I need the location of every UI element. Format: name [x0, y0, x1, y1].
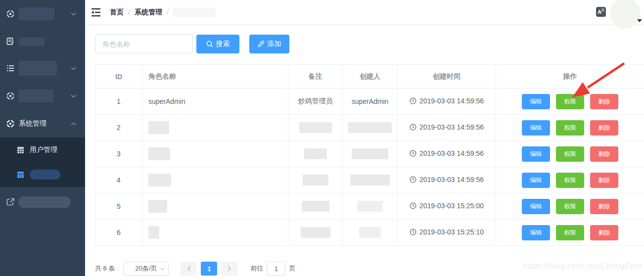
cell-remark [288, 141, 343, 167]
page-size-select[interactable]: 20条/页 [123, 262, 169, 276]
delete-button[interactable]: 删除 [590, 120, 618, 136]
search-button-label: 搜索 [216, 40, 230, 48]
add-button-label: 添加 [268, 40, 281, 48]
page-unit-label: 页 [289, 264, 295, 273]
cell-creator [343, 167, 398, 193]
col-header-id: ID [95, 65, 142, 89]
next-page-button[interactable] [221, 262, 237, 276]
fold-menu-icon[interactable] [91, 8, 101, 17]
caret-down-icon[interactable] [637, 19, 642, 22]
edit-button[interactable]: 编辑 [522, 94, 550, 109]
sidebar-item-external-link[interactable] [0, 188, 85, 216]
edit-button[interactable]: 编辑 [522, 146, 550, 162]
redacted-label [19, 7, 54, 20]
goto-label: 前往 [250, 264, 263, 273]
edit-button[interactable]: 编辑 [522, 199, 550, 214]
delete-button[interactable]: 删除 [590, 94, 618, 109]
delete-button[interactable]: 删除 [590, 146, 618, 162]
pagination: 共 6 条 20条/页 1 前往 页 [95, 262, 295, 276]
roles-table: ID 角色名称 备注 创建人 创建时间 操作 1 superAdmin 炒鸡管理… [95, 64, 644, 246]
sidebar-item-user-management[interactable]: 用户管理 [0, 138, 85, 162]
cell-role-name [142, 167, 288, 193]
external-link-icon [6, 198, 14, 206]
cell-actions: 编辑权限删除 [496, 115, 644, 141]
cell-remark [288, 115, 343, 141]
cell-role-name [142, 220, 288, 246]
delete-button[interactable]: 删除 [590, 199, 618, 214]
cell-id: 3 [95, 141, 142, 167]
breadcrumb-separator: / [128, 8, 130, 16]
table-row: 4 2019-03-03 14:59:56 编辑权限删除 [95, 167, 644, 193]
chevron-up-icon [71, 122, 76, 126]
cell-actions: 编辑权限删除 [496, 193, 644, 220]
role-name-search-input[interactable] [95, 35, 193, 53]
sidebar-item-system-management[interactable]: 系统管理 [0, 110, 85, 138]
cell-created-at: 2019-03-03 14:59:56 [398, 115, 496, 141]
watermark: https://blog.csdn.net/LitongZero [523, 262, 642, 271]
table-grid-icon [17, 146, 24, 154]
permission-button[interactable]: 权限 [556, 199, 584, 214]
permission-button[interactable]: 权限 [556, 146, 584, 162]
sidebar-item-redacted-1[interactable] [0, 0, 85, 28]
permission-button[interactable]: 权限 [556, 173, 584, 188]
cell-actions: 编辑权限删除 [496, 141, 644, 167]
avatar[interactable] [610, 0, 641, 29]
permission-button[interactable]: 权限 [556, 94, 584, 109]
search-icon [206, 41, 213, 47]
sidebar-item-redacted-3[interactable] [0, 54, 85, 82]
cell-id: 4 [95, 167, 142, 193]
delete-button[interactable]: 删除 [590, 225, 618, 240]
cell-created-at: 2019-03-03 15:25:10 [398, 220, 496, 246]
clock-icon [410, 150, 416, 157]
search-button[interactable]: 搜索 [196, 35, 239, 53]
main-area: 首页 / 系统管理 / A 文 搜索 添加 [85, 0, 644, 276]
cell-id: 1 [95, 89, 142, 115]
cell-created-at: 2019-03-03 14:59:56 [398, 141, 496, 167]
translate-icon[interactable]: A 文 [596, 7, 606, 17]
cell-remark [288, 167, 343, 193]
chevron-left-icon [187, 266, 191, 272]
permission-button[interactable]: 权限 [556, 120, 584, 136]
sidebar-item-role-management-active[interactable] [0, 162, 85, 187]
table-row: 5 2019-03-03 15:25:00 编辑权限删除 [95, 193, 644, 220]
cell-remark: 炒鸡管理员 [288, 89, 343, 115]
cell-role-name [142, 115, 288, 141]
breadcrumb-home[interactable]: 首页 [110, 8, 124, 17]
clock-icon [410, 202, 416, 209]
delete-button[interactable]: 删除 [590, 173, 618, 188]
breadcrumb-system-management[interactable]: 系统管理 [135, 8, 162, 17]
add-button[interactable]: 添加 [249, 35, 289, 53]
permission-button[interactable]: 权限 [556, 225, 584, 240]
clock-icon [410, 97, 416, 104]
edit-button[interactable]: 编辑 [522, 225, 550, 240]
goto-page-input[interactable] [267, 262, 285, 276]
cell-created-at: 2019-03-03 14:59:56 [398, 167, 496, 193]
redacted-label [18, 196, 71, 208]
top-bar: 首页 / 系统管理 / A 文 [85, 0, 644, 25]
col-header-created-at: 创建时间 [398, 65, 496, 89]
page-number-1[interactable]: 1 [201, 262, 217, 276]
clock-icon [410, 229, 416, 235]
sidebar-item-redacted-2[interactable] [0, 28, 85, 55]
prev-page-button[interactable] [181, 262, 197, 276]
col-header-actions: 操作 [496, 65, 644, 89]
clock-icon [410, 176, 416, 183]
edit-button[interactable]: 编辑 [522, 120, 550, 136]
col-header-role-name: 角色名称 [142, 65, 288, 89]
sidebar-item-redacted-4[interactable] [0, 82, 85, 110]
redacted-label [19, 90, 53, 102]
table-grid-icon [17, 171, 24, 179]
chevron-down-icon [71, 12, 76, 16]
cell-creator [343, 193, 398, 220]
cell-remark [288, 193, 343, 220]
sidebar-item-label: 用户管理 [30, 145, 57, 154]
breadcrumb-current-redacted [173, 7, 216, 17]
table-row: 6 2019-03-03 15:25:10 编辑权限删除 [95, 220, 644, 246]
cell-remark [288, 220, 343, 246]
sidebar: 系统管理 用户管理 [0, 0, 85, 276]
cell-created-at: 2019-03-03 15:25:00 [398, 193, 496, 220]
sidebar-item-label: 系统管理 [19, 119, 46, 128]
aperture-icon [6, 10, 14, 18]
edit-button[interactable]: 编辑 [522, 173, 550, 188]
breadcrumb-separator: / [167, 8, 169, 16]
